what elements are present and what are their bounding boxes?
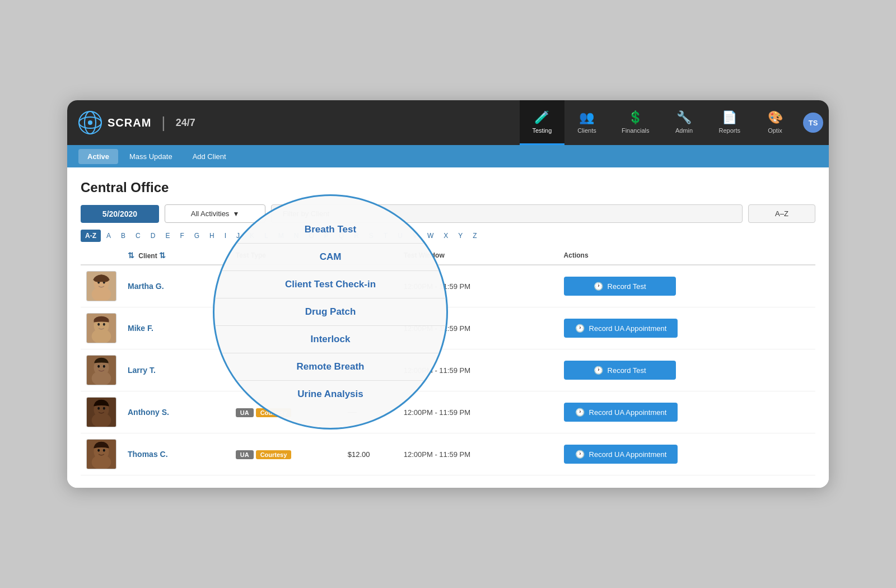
- client-name[interactable]: Martha G.: [128, 282, 164, 291]
- subnav-mass-update[interactable]: Mass Update: [120, 149, 181, 164]
- clock-icon: 🕐: [594, 282, 603, 291]
- svg-point-18: [103, 365, 105, 368]
- app-frame: SCRAM | 24/7 🧪 Testing 👥 Clients 💲 Finan…: [67, 100, 829, 488]
- alpha-btn-b[interactable]: B: [116, 230, 130, 242]
- scram-logo-icon: [78, 111, 102, 134]
- avatar: [86, 439, 116, 469]
- logo-text: SCRAM: [108, 116, 151, 129]
- alpha-btn-a-z[interactable]: A-Z: [81, 230, 101, 242]
- record-ua-button[interactable]: 🕐Record UA Appointment: [564, 403, 678, 422]
- dropdown-item-remote-breath[interactable]: Remote Breath: [214, 353, 446, 381]
- nav-item-testing[interactable]: 🧪 Testing: [520, 100, 564, 145]
- testing-icon: 🧪: [534, 110, 549, 125]
- alpha-btn-i[interactable]: I: [220, 230, 231, 242]
- clock-icon: 🕐: [594, 366, 603, 375]
- alpha-btn-g[interactable]: G: [190, 230, 204, 242]
- nav-label-optix: Optix: [768, 127, 782, 134]
- date-filter[interactable]: 5/20/2020: [81, 205, 159, 223]
- nav-item-clients[interactable]: 👥 Clients: [564, 100, 609, 145]
- optix-icon: 🎨: [768, 110, 783, 125]
- action-label: Record UA Appointment: [589, 324, 667, 333]
- record-ua-button[interactable]: 🕐Record UA Appointment: [564, 319, 678, 338]
- client-action-cell: 🕐Record Test: [558, 349, 815, 391]
- badge-ua: UA: [236, 450, 254, 459]
- filters-row: 5/20/2020 All Activities ▼ Filter by Cli…: [81, 204, 815, 223]
- activities-circle-dropdown[interactable]: Breath TestCAMClient Test Check-inDrug P…: [213, 194, 448, 430]
- activities-dropdown-btn[interactable]: All Activities ▼: [165, 204, 265, 223]
- alpha-btn-h[interactable]: H: [205, 230, 219, 242]
- client-name[interactable]: Larry T.: [128, 366, 156, 375]
- client-action-cell: 🕐Record UA Appointment: [558, 391, 815, 433]
- table-row: Anthony S.UACourtesy—12:00PM - 11:59 PM🕐…: [81, 391, 815, 433]
- sort-icon-client: ⇅: [159, 251, 166, 260]
- logo-area: SCRAM | 24/7: [78, 100, 520, 145]
- client-name[interactable]: Anthony S.: [128, 408, 169, 417]
- record-test-button[interactable]: 🕐Record Test: [564, 277, 676, 296]
- client-avatar-cell: [81, 265, 122, 307]
- table-row: Larry T.12:00PM - 11:59 PM🕐Record Test: [81, 349, 815, 391]
- nav-item-financials[interactable]: 💲 Financials: [609, 100, 662, 145]
- client-test-window-cell: 12:00PM - 11:59 PM: [398, 433, 558, 475]
- dropdown-item-drug-patch[interactable]: Drug Patch: [214, 298, 446, 326]
- svg-point-12: [97, 323, 100, 326]
- action-label: Record UA Appointment: [589, 450, 667, 459]
- client-avatar-cell: [81, 307, 122, 349]
- clients-icon: 👥: [579, 110, 594, 125]
- action-label: Record UA Appointment: [589, 408, 667, 417]
- svg-point-27: [97, 449, 100, 452]
- alpha-btn-z[interactable]: Z: [468, 230, 481, 242]
- avatar: [86, 313, 116, 343]
- clock-icon: 🕐: [575, 450, 585, 459]
- top-nav: SCRAM | 24/7 🧪 Testing 👥 Clients 💲 Finan…: [67, 100, 829, 145]
- badge-courtesy: Courtesy: [256, 450, 292, 459]
- sort-az-btn[interactable]: A–Z: [748, 204, 815, 223]
- nav-item-admin[interactable]: 🔧 Admin: [661, 100, 706, 145]
- nav-item-optix[interactable]: 🎨 Optix: [753, 100, 797, 145]
- col-client: Client: [138, 252, 157, 260]
- subnav-active[interactable]: Active: [78, 149, 118, 164]
- dropdown-item-client-test-check-in[interactable]: Client Test Check-in: [214, 271, 446, 298]
- client-action-cell: 🕐Record UA Appointment: [558, 433, 815, 475]
- client-avatar-cell: [81, 433, 122, 475]
- svg-point-28: [103, 449, 105, 452]
- svg-point-23: [103, 407, 105, 410]
- table-row: Martha G.12:00PM - 11:59 PM🕐Record Test: [81, 265, 815, 307]
- alpha-btn-x[interactable]: X: [439, 230, 452, 242]
- svg-point-17: [97, 365, 100, 368]
- alpha-btn-w[interactable]: W: [423, 230, 438, 242]
- sort-az-label: A–Z: [775, 209, 788, 218]
- client-name-cell: Anthony S.: [122, 391, 230, 433]
- avatar: [86, 271, 116, 301]
- admin-icon: 🔧: [676, 110, 692, 125]
- subnav-add-client[interactable]: Add Client: [184, 149, 235, 164]
- alpha-btn-c[interactable]: C: [131, 230, 145, 242]
- client-badge-cell: UACourtesy: [230, 433, 342, 475]
- dropdown-menu: Breath TestCAMClient Test Check-inDrug P…: [214, 216, 446, 408]
- record-ua-button[interactable]: 🕐Record UA Appointment: [564, 445, 678, 464]
- client-name-cell: Larry T.: [122, 349, 230, 391]
- alpha-btn-e[interactable]: E: [161, 230, 174, 242]
- alpha-btn-a[interactable]: A: [102, 230, 115, 242]
- badge-ua: UA: [236, 408, 254, 417]
- client-name-cell: Thomas C.: [122, 433, 230, 475]
- nav-label-admin: Admin: [675, 127, 693, 134]
- dropdown-item-interlock[interactable]: Interlock: [214, 326, 446, 353]
- nav-item-reports[interactable]: 📄 Reports: [706, 100, 753, 145]
- client-name[interactable]: Thomas C.: [128, 450, 168, 459]
- nav-items: 🧪 Testing 👥 Clients 💲 Financials 🔧 Admin…: [520, 100, 829, 145]
- clock-icon: 🕐: [575, 324, 585, 333]
- financials-icon: 💲: [628, 110, 643, 125]
- svg-point-22: [97, 407, 100, 410]
- nav-label-financials: Financials: [622, 127, 650, 134]
- sort-icon-up: ⇅: [128, 251, 134, 260]
- record-test-button[interactable]: 🕐Record Test: [564, 361, 676, 380]
- dropdown-item-cam[interactable]: CAM: [214, 244, 446, 271]
- nav-label-reports: Reports: [718, 127, 740, 134]
- alpha-btn-d[interactable]: D: [146, 230, 160, 242]
- client-name[interactable]: Mike F.: [128, 324, 153, 333]
- alpha-btn-y[interactable]: Y: [454, 230, 467, 242]
- page-title: Central Office: [81, 180, 815, 195]
- user-avatar[interactable]: TS: [803, 113, 823, 133]
- logo-sub: 24/7: [176, 117, 195, 129]
- alpha-btn-f[interactable]: F: [175, 230, 188, 242]
